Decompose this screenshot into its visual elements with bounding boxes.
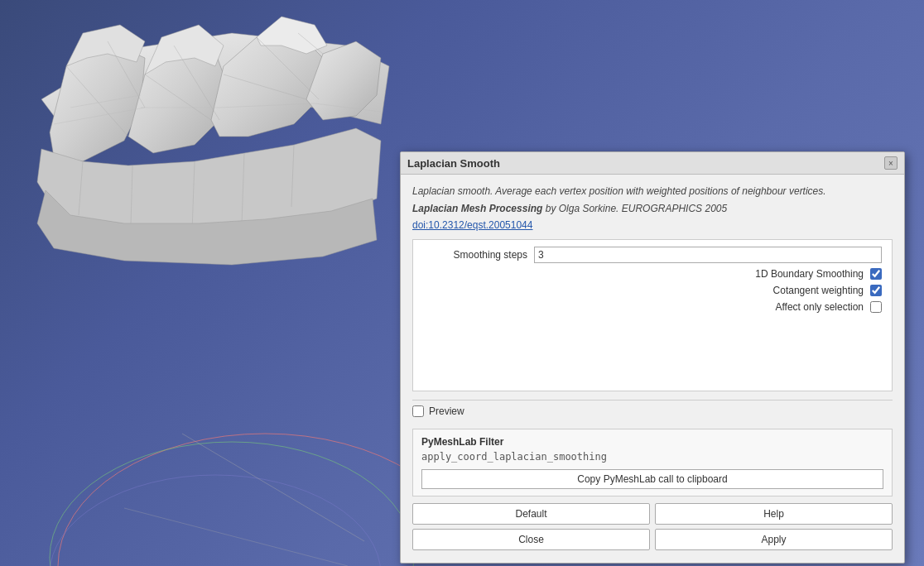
svg-point-1 — [50, 442, 414, 566]
cotangent-weighting-row: Cotangent weighting — [423, 285, 882, 296]
dialog-close-button[interactable]: × — [884, 156, 898, 170]
description-text: Laplacian smooth. Average each vertex po… — [412, 185, 893, 199]
boundary-smoothing-label: 1D Boundary Smoothing — [755, 268, 864, 280]
parameters-section: Smoothing steps 1D Boundary Smoothing Co… — [412, 239, 893, 391]
laplacian-smooth-dialog: Laplacian Smooth × Laplacian smooth. Ave… — [400, 151, 905, 564]
affect-selection-checkbox[interactable] — [870, 301, 882, 313]
svg-line-3 — [182, 434, 364, 541]
dialog-titlebar: Laplacian Smooth × — [401, 152, 904, 175]
pymeshlab-code: apply_coord_laplacian_smoothing — [421, 451, 883, 463]
boundary-smoothing-row: 1D Boundary Smoothing — [423, 268, 882, 280]
affect-selection-row: Affect only selection — [423, 301, 882, 313]
boundary-smoothing-checkbox[interactable] — [870, 268, 882, 280]
default-button[interactable]: Default — [412, 503, 650, 525]
close-apply-buttons-row: Close Apply — [412, 529, 893, 550]
description-reference: Laplacian Mesh Processing by Olga Sorkin… — [412, 202, 893, 216]
close-button[interactable]: Close — [412, 529, 650, 550]
pymeshlab-section: PyMeshLab Filter apply_coord_laplacian_s… — [412, 429, 893, 496]
preview-label: Preview — [429, 405, 464, 417]
smoothing-steps-input[interactable] — [534, 247, 882, 263]
3d-mesh-view — [0, 0, 397, 331]
preview-checkbox[interactable] — [412, 405, 424, 417]
copy-pymeshlab-button[interactable]: Copy PyMeshLab call to clipboard — [421, 469, 883, 489]
smoothing-steps-row: Smoothing steps — [423, 247, 882, 263]
apply-button[interactable]: Apply — [655, 529, 893, 550]
svg-point-2 — [50, 475, 381, 566]
dialog-title: Laplacian Smooth — [407, 157, 500, 170]
affect-selection-label: Affect only selection — [775, 301, 864, 313]
pymeshlab-title: PyMeshLab Filter — [421, 436, 883, 448]
cotangent-weighting-checkbox[interactable] — [870, 285, 882, 296]
help-button[interactable]: Help — [655, 503, 893, 525]
smoothing-steps-label: Smoothing steps — [454, 249, 527, 261]
preview-row: Preview — [412, 400, 893, 422]
default-help-buttons-row: Default Help — [412, 503, 893, 525]
svg-line-4 — [124, 508, 348, 566]
description-doi-link[interactable]: doi:10.2312/eqst.20051044 — [412, 219, 893, 231]
dialog-body: Laplacian smooth. Average each vertex po… — [401, 175, 904, 563]
cotangent-weighting-label: Cotangent weighting — [773, 285, 864, 296]
svg-point-0 — [58, 434, 455, 566]
